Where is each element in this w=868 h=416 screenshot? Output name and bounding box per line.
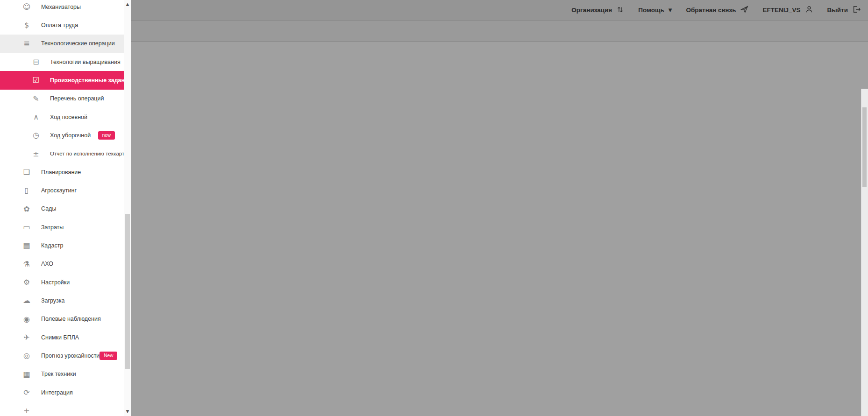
sidebar-item[interactable]: ⊟Технологии выращивания (0, 53, 125, 71)
sidebar-item-label: Настройки (41, 279, 70, 286)
briefcase-icon: ▤ (21, 241, 33, 250)
banknote-icon: ▭ (21, 223, 33, 232)
sidebar-item-label: Отчет по исполнению техкарты (50, 151, 128, 156)
dollar-icon: $ (21, 21, 33, 29)
gear-icon: ⚙ (21, 278, 33, 287)
sidebar-item-label: Планирование (41, 169, 81, 176)
new-badge: New (100, 352, 117, 360)
sidebar-item[interactable]: ▯Агроскаутинг (0, 181, 125, 199)
sidebar-item-label: Кадастр (41, 242, 63, 249)
leaf-icon: ✿ (21, 204, 33, 213)
sidebar-item-label: Оплата труда (41, 22, 78, 28)
content-scrollbar-thumb[interactable] (862, 107, 867, 187)
sidebar-item[interactable]: ❏Планирование (0, 163, 125, 181)
sidebar-item[interactable]: ⚙Настройки (0, 273, 125, 291)
sidebar-item[interactable]: ▭Затраты (0, 218, 125, 236)
sidebar-menu: ☺Механизаторы$Оплата труда≣Технологическ… (0, 0, 131, 416)
sidebar-item[interactable]: $Оплата труда (0, 16, 125, 34)
layout-icon: ❏ (21, 168, 33, 176)
cloud-upload-icon: ☁ (21, 296, 33, 305)
sidebar-item[interactable]: ▤Кадастр (0, 236, 125, 254)
target-icon: ◎ (21, 351, 33, 360)
sidebar-item[interactable]: + (0, 402, 125, 416)
sidebar-item[interactable]: ◉Полевые наблюдения (0, 310, 125, 328)
tray-icon: ⊟ (30, 57, 42, 66)
sidebar-scrollbar[interactable]: ▲ ▼ (124, 0, 131, 416)
sync-icon: ⟳ (21, 388, 33, 397)
sidebar-item[interactable]: ≣Технологические операции (0, 35, 125, 53)
sidebar-item[interactable]: ✿Сады (0, 200, 125, 218)
sidebar-item-label: Производственные задания (50, 77, 131, 84)
sidebar-item-label: Сады (41, 205, 56, 212)
sidebar-item-label: Прогноз урожайности (41, 353, 100, 359)
sidebar-item-label: Полевые наблюдения (41, 316, 101, 322)
sidebar-item-label: Агроскаутинг (41, 187, 77, 194)
sidebar-item-label: Снимки БПЛА (41, 334, 79, 341)
sidebar-item-label: Ход уборочной (50, 132, 91, 139)
area-chart-icon: ∧ (30, 113, 42, 121)
flask-icon: ⚗ (21, 260, 33, 268)
sidebar-item-label: Механизаторы (41, 4, 81, 10)
sidebar-item[interactable]: ⚗АХО (0, 255, 125, 273)
sidebar-item-label: Загрузка (41, 297, 65, 304)
drone-icon: ✈ (21, 333, 33, 342)
sidebar-item-label: Затраты (41, 224, 64, 231)
person-icon: ☺ (21, 2, 33, 11)
sidebar-scrollbar-thumb[interactable] (125, 214, 130, 369)
sidebar-item[interactable]: ✈Снимки БПЛА (0, 328, 125, 346)
sidebar-item[interactable]: ☺Механизаторы (0, 0, 125, 16)
sidebar-item[interactable]: ☁Загрузка (0, 291, 125, 310)
scroll-up-icon[interactable]: ▲ (124, 2, 131, 7)
checklist-icon: ☑ (30, 76, 42, 85)
sidebar-item[interactable]: ±Отчет по исполнению техкарты (0, 145, 125, 163)
sidebar-item[interactable]: ☑Производственные задания (0, 71, 125, 89)
list-icon: ≣ (21, 39, 33, 48)
sidebar-item[interactable]: ◎Прогноз урожайностиNew (0, 346, 125, 365)
sidebar-item[interactable]: ▦Трек техники (0, 365, 125, 383)
plus-minus-icon: ± (30, 149, 42, 158)
plus-icon: + (21, 406, 33, 415)
sidebar-item-label: Ход посевной (50, 114, 87, 120)
folder-edit-icon: ✎ (30, 94, 42, 103)
scroll-down-icon[interactable]: ▼ (124, 409, 131, 414)
sidebar-item[interactable]: ✎Перечень операций (0, 90, 125, 108)
map-icon: ▦ (21, 370, 33, 379)
sidebar-item-label: Технологические операции (41, 40, 115, 47)
sidebar-item-label: Технологии выращивания (50, 59, 121, 65)
sidebar-item-label: Трек техники (41, 371, 76, 377)
eye-icon: ◉ (21, 315, 33, 324)
sidebar-item[interactable]: ∧Ход посевной (0, 108, 125, 126)
phone-icon: ▯ (21, 186, 33, 195)
sidebar-item[interactable]: ⟳Интеграция (0, 383, 125, 402)
sidebar-item-label: Перечень операций (50, 95, 104, 102)
sidebar-item-label: Интеграция (41, 389, 73, 396)
app-window: Организация Помощь ▼ Обратная связь EFTE… (0, 0, 868, 416)
sidebar-item[interactable]: ◷Ход уборочнойnew (0, 126, 125, 144)
new-badge: new (98, 131, 115, 140)
gauge-icon: ◷ (30, 131, 42, 140)
sidebar-item-label: АХО (41, 261, 53, 267)
content-scrollbar[interactable] (861, 89, 868, 416)
